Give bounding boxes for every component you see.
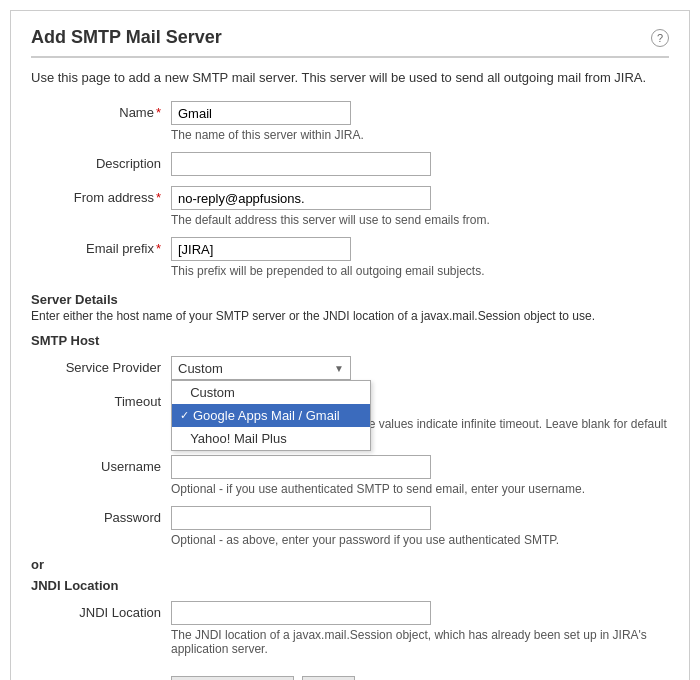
username-input[interactable] <box>171 455 431 479</box>
jndi-location-label: JNDI Location <box>31 601 171 620</box>
description-content <box>171 152 669 176</box>
dropdown-option-gmail[interactable]: ✓ Google Apps Mail / Gmail <box>172 404 370 427</box>
checkmark-custom <box>180 387 186 399</box>
option-gmail-label: Google Apps Mail / Gmail <box>193 408 340 423</box>
username-label: Username <box>31 455 171 474</box>
timeout-label: Timeout <box>31 390 171 409</box>
password-row: Password Optional - as above, enter your… <box>31 506 669 547</box>
option-custom-label: Custom <box>190 385 235 400</box>
button-row: Test Connection Add Cancel <box>31 676 669 680</box>
intro-text: Use this page to add a new SMTP mail ser… <box>31 70 669 85</box>
server-details-subtext: Enter either the host name of your SMTP … <box>31 309 669 323</box>
jndi-heading: JNDI Location <box>31 578 669 593</box>
server-details-heading: Server Details <box>31 292 669 307</box>
email-prefix-row: Email prefix* This prefix will be prepen… <box>31 237 669 278</box>
name-content: The name of this server within JIRA. <box>171 101 669 142</box>
jndi-location-row: JNDI Location The JNDI location of a jav… <box>31 601 669 656</box>
page-container: Add SMTP Mail Server ? Use this page to … <box>10 10 690 680</box>
from-address-hint: The default address this server will use… <box>171 213 669 227</box>
service-provider-label: Service Provider <box>31 356 171 375</box>
name-label: Name* <box>31 101 171 120</box>
page-title: Add SMTP Mail Server <box>31 27 222 48</box>
name-required: * <box>156 105 161 120</box>
from-address-label: From address* <box>31 186 171 205</box>
email-prefix-label: Email prefix* <box>31 237 171 256</box>
service-provider-row: Service Provider Custom ▼ Custom ✓ Googl… <box>31 356 669 380</box>
password-hint: Optional - as above, enter your password… <box>171 533 669 547</box>
from-address-input[interactable] <box>171 186 431 210</box>
email-prefix-input[interactable] <box>171 237 351 261</box>
add-button[interactable]: Add <box>302 676 355 680</box>
service-provider-dropdown[interactable]: Custom ▼ Custom ✓ Google Apps Mail / Gma… <box>171 356 351 380</box>
name-input[interactable] <box>171 101 351 125</box>
checkmark-yahoo <box>180 433 186 445</box>
from-required: * <box>156 190 161 205</box>
page-header: Add SMTP Mail Server ? <box>31 27 669 58</box>
from-address-content: The default address this server will use… <box>171 186 669 227</box>
help-icon[interactable]: ? <box>651 29 669 47</box>
username-content: Optional - if you use authenticated SMTP… <box>171 455 669 496</box>
prefix-required: * <box>156 241 161 256</box>
dropdown-menu: Custom ✓ Google Apps Mail / Gmail Yahoo!… <box>171 380 371 451</box>
service-provider-content: Custom ▼ Custom ✓ Google Apps Mail / Gma… <box>171 356 669 380</box>
password-input[interactable] <box>171 506 431 530</box>
password-label: Password <box>31 506 171 525</box>
username-hint: Optional - if you use authenticated SMTP… <box>171 482 669 496</box>
name-row: Name* The name of this server within JIR… <box>31 101 669 142</box>
dropdown-value: Custom <box>178 361 223 376</box>
dropdown-option-yahoo[interactable]: Yahoo! Mail Plus <box>172 427 370 450</box>
jndi-location-content: The JNDI location of a javax.mail.Sessio… <box>171 601 669 656</box>
dropdown-trigger[interactable]: Custom ▼ <box>171 356 351 380</box>
email-prefix-content: This prefix will be prepended to all out… <box>171 237 669 278</box>
or-divider: or <box>31 557 669 572</box>
description-row: Description <box>31 152 669 176</box>
dropdown-arrow-icon: ▼ <box>334 363 344 374</box>
description-label: Description <box>31 152 171 171</box>
password-content: Optional - as above, enter your password… <box>171 506 669 547</box>
from-address-row: From address* The default address this s… <box>31 186 669 227</box>
checkmark-gmail: ✓ <box>180 409 189 422</box>
email-prefix-hint: This prefix will be prepended to all out… <box>171 264 669 278</box>
option-yahoo-label: Yahoo! Mail Plus <box>190 431 287 446</box>
dropdown-option-custom[interactable]: Custom <box>172 381 370 404</box>
name-hint: The name of this server within JIRA. <box>171 128 669 142</box>
username-row: Username Optional - if you use authentic… <box>31 455 669 496</box>
jndi-hint: The JNDI location of a javax.mail.Sessio… <box>171 628 669 656</box>
description-input[interactable] <box>171 152 431 176</box>
smtp-host-heading: SMTP Host <box>31 333 669 348</box>
jndi-location-input[interactable] <box>171 601 431 625</box>
test-connection-button[interactable]: Test Connection <box>171 676 294 680</box>
